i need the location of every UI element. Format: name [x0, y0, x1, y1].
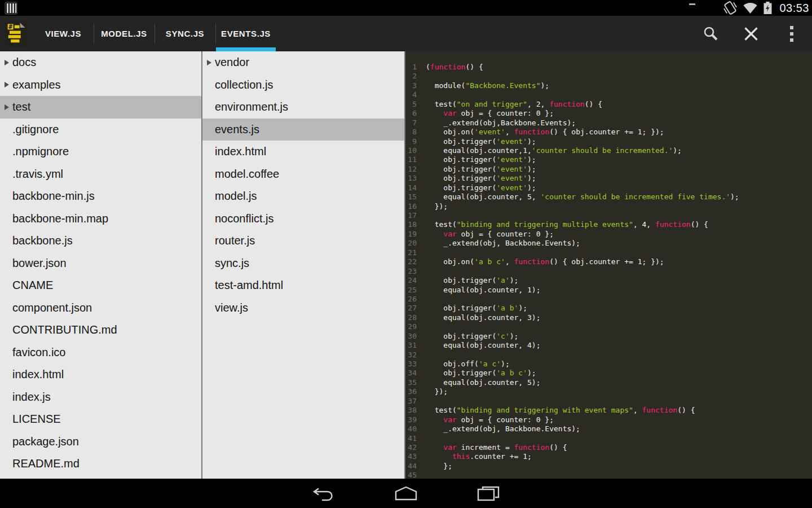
- code-line: 38 test("binding and triggering with eve…: [405, 406, 812, 415]
- item-label: sync.js: [215, 257, 249, 270]
- svg-text:#: #: [8, 23, 12, 30]
- file-item-cname[interactable]: CNAME: [0, 274, 201, 297]
- file-item-test-amd.html[interactable]: test-amd.html: [202, 274, 404, 297]
- code-area: 1(function() {23 module("Backbone.Events…: [405, 63, 812, 479]
- code-text: equal(obj.counter, 3);: [426, 313, 541, 322]
- file-item-favicon.ico[interactable]: favicon.ico: [0, 341, 201, 364]
- code-line: 10 equal(obj.counter,1,'counter should b…: [405, 146, 812, 155]
- line-number: 9: [405, 137, 417, 146]
- code-line: 14 obj.trigger('event');: [405, 183, 812, 192]
- file-item-license[interactable]: LICENSE: [0, 408, 201, 431]
- folder-item-examples[interactable]: examples: [0, 74, 201, 97]
- file-item-events.js[interactable]: events.js: [202, 119, 404, 141]
- file-item-contributing.md[interactable]: CONTRIBUTING.md: [0, 319, 201, 341]
- line-number: 7: [405, 119, 417, 128]
- tab-model-js[interactable]: MODEL.JS: [94, 16, 155, 51]
- folder-item-docs[interactable]: docs: [0, 51, 201, 74]
- line-number: 35: [405, 378, 417, 387]
- file-item-model.coffee[interactable]: model.coffee: [202, 163, 404, 186]
- item-label: view.js: [215, 301, 248, 314]
- file-item-readme.md[interactable]: README.md: [0, 453, 201, 475]
- file-item-index.js[interactable]: index.js: [0, 386, 201, 409]
- file-item-noconflict.js[interactable]: noconflict.js: [202, 208, 404, 230]
- file-item-index.html[interactable]: index.html: [202, 141, 404, 163]
- code-line: 15 equal(obj.counter, 5, 'counter should…: [405, 192, 812, 202]
- recents-icon: [477, 486, 500, 501]
- item-label: model.js: [215, 190, 257, 203]
- code-line: 5 test("on and trigger", 2, function() {: [405, 100, 812, 109]
- tab-view-js[interactable]: VIEW.JS: [33, 16, 94, 51]
- item-label: examples: [12, 78, 61, 91]
- code-line: 9 obj.trigger('event');: [405, 137, 812, 146]
- code-line: 27 obj.trigger('a b');: [405, 304, 812, 313]
- file-item-environment.js[interactable]: environment.js: [202, 96, 404, 119]
- app-logo[interactable]: #: [0, 16, 33, 51]
- item-label: README.md: [12, 457, 80, 470]
- file-item-gitignore[interactable]: .gitignore: [0, 119, 201, 141]
- editor-panel[interactable]: 1(function() {23 module("Backbone.Events…: [405, 51, 812, 479]
- item-label: vendor: [215, 56, 249, 69]
- minus-indicator: [689, 3, 695, 5]
- search-button[interactable]: [690, 16, 731, 51]
- line-number: 2: [405, 72, 417, 81]
- back-button[interactable]: [310, 483, 337, 503]
- tab-sync-js[interactable]: SYNC.JS: [155, 16, 215, 51]
- home-icon: [393, 486, 419, 501]
- line-number: 28: [405, 313, 417, 322]
- back-icon: [312, 485, 335, 501]
- app-toolbar: # VIEW.JSMODEL.JSSYNC.JSEVENTS.JS: [0, 16, 812, 51]
- recents-button[interactable]: [475, 483, 502, 503]
- code-text: (function() {: [426, 63, 483, 72]
- line-number: 29: [405, 322, 417, 331]
- code-text: equal(obj.counter, 1);: [426, 286, 541, 295]
- code-text: };: [426, 462, 452, 471]
- file-item-model.js[interactable]: model.js: [202, 185, 404, 208]
- code-line: 39 var obj = { counter: 0 };: [405, 415, 812, 424]
- code-text: obj.trigger('event');: [426, 165, 536, 174]
- line-number: 5: [405, 100, 417, 109]
- line-number: 4: [405, 90, 417, 99]
- code-line: 17: [405, 211, 812, 220]
- code-text: var obj = { counter: 0 };: [426, 109, 554, 118]
- file-item-npmignore[interactable]: .npmignore: [0, 141, 201, 163]
- overflow-menu-button[interactable]: [771, 16, 812, 51]
- line-number: 38: [405, 406, 417, 415]
- folder-item-vendor[interactable]: vendor: [202, 51, 404, 74]
- file-item-travis.yml[interactable]: .travis.yml: [0, 163, 201, 186]
- code-text: module("Backbone.Events");: [426, 81, 549, 90]
- line-number: 22: [405, 257, 417, 266]
- code-text: equal(obj.counter, 4);: [426, 341, 541, 350]
- code-line: 19 var obj = { counter: 0 };: [405, 230, 812, 239]
- home-button[interactable]: [392, 483, 420, 503]
- file-item-index.html[interactable]: index.html: [0, 364, 201, 386]
- file-item-package.json[interactable]: package.json: [0, 431, 201, 453]
- tab-events-js[interactable]: EVENTS.JS: [215, 16, 276, 51]
- code-text: test("binding and triggering with event …: [426, 406, 695, 415]
- code-text: var obj = { counter: 0 };: [426, 230, 554, 239]
- file-item-backbone-min.map[interactable]: backbone-min.map: [0, 208, 201, 230]
- line-number: 26: [405, 295, 417, 304]
- line-number: 6: [405, 109, 417, 118]
- line-number: 36: [405, 387, 417, 396]
- line-number: 8: [405, 128, 417, 137]
- file-item-backbone.js[interactable]: backbone.js: [0, 230, 201, 252]
- item-label: index.html: [215, 145, 266, 158]
- file-item-bower.json[interactable]: bower.json: [0, 252, 201, 275]
- file-item-collection.js[interactable]: collection.js: [202, 74, 404, 97]
- file-item-router.js[interactable]: router.js: [202, 230, 404, 252]
- line-number: 24: [405, 276, 417, 285]
- file-item-sync.js[interactable]: sync.js: [202, 252, 404, 275]
- tab-label: MODEL.JS: [101, 29, 147, 38]
- line-number: 12: [405, 165, 417, 174]
- close-button[interactable]: [731, 16, 771, 51]
- file-item-backbone-min.js[interactable]: backbone-min.js: [0, 185, 201, 208]
- folder-item-test[interactable]: test: [0, 96, 201, 119]
- line-number: 40: [405, 424, 417, 433]
- code-line: 34 obj.trigger('a b c');: [405, 369, 812, 378]
- code-text: _.extend(obj, Backbone.Events);: [426, 239, 580, 248]
- file-list-left: docsexamplestest.gitignore.npmignore.tra…: [0, 51, 202, 479]
- line-number: 33: [405, 360, 417, 369]
- file-item-component.json[interactable]: component.json: [0, 297, 201, 319]
- file-item-view.js[interactable]: view.js: [202, 297, 404, 319]
- code-line: 33 obj.off('a c');: [405, 360, 812, 369]
